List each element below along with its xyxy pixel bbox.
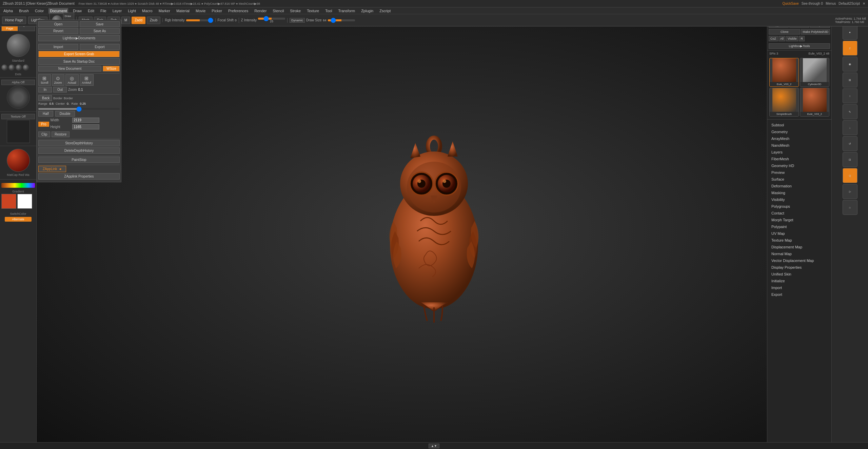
polypaint-item[interactable]: Polypaint (767, 223, 831, 230)
geometry-item[interactable]: Geometry (767, 128, 831, 135)
paint-stop-btn[interactable]: PaintStop (38, 157, 120, 163)
tool-thumb-eule2[interactable]: Eule_V03_2 (800, 88, 829, 117)
deformation-item[interactable]: Deformation (767, 183, 831, 189)
texture-off-label[interactable]: Texture Off (1, 114, 35, 119)
fg-color-swatch[interactable] (1, 194, 16, 209)
lightbox-documents-btn[interactable]: Lightbox▶Documents (38, 35, 120, 41)
default-script-label[interactable]: Default2Script (839, 2, 860, 5)
vector-displacement-item[interactable]: Vector Displacement Map (767, 257, 831, 264)
visibility-item[interactable]: Visibility (767, 196, 831, 203)
texture-map-item[interactable]: Texture Map (767, 237, 831, 244)
export-btn[interactable]: Export (80, 44, 120, 50)
tool-thumb-eule1[interactable]: Eule_V03_2 (769, 58, 799, 87)
spaceicon[interactable]: ⌂ (843, 200, 857, 215)
menu-render[interactable]: Render (253, 8, 268, 14)
displacement-map-item[interactable]: Displacement Map (767, 244, 831, 250)
menu-stroke[interactable]: Stroke (289, 8, 302, 14)
in-btn[interactable]: In (38, 87, 52, 93)
menu-light[interactable]: Light (126, 8, 137, 14)
menu-texture[interactable]: Texture (305, 8, 320, 14)
zadd-btn[interactable]: Zadd (132, 17, 145, 24)
menu-stencil[interactable]: Stencil (271, 8, 285, 14)
back-btn[interactable]: Back (38, 95, 52, 101)
draw-size-slider[interactable] (328, 19, 355, 21)
save-btn[interactable]: Save (80, 21, 120, 27)
rollback-icon[interactable]: ↺ (843, 136, 857, 151)
menu-color[interactable]: Color (34, 8, 45, 14)
morph-target-item[interactable]: Morph Target (767, 217, 831, 223)
menu-transform[interactable]: Transform (337, 8, 356, 14)
all-btn[interactable]: All (778, 36, 785, 41)
sculpt-icon[interactable]: ✎ (843, 104, 857, 119)
restore-btn[interactable]: Restore (52, 131, 70, 137)
r-btn[interactable]: R (799, 36, 805, 41)
texture-preview[interactable] (7, 120, 30, 143)
menu-marker[interactable]: Marker (157, 8, 172, 14)
matcap-preview[interactable] (7, 149, 30, 172)
delete-depth-btn[interactable]: DeleteDepthHistory (38, 147, 120, 154)
zpaint-icon[interactable]: ◉ (843, 57, 857, 72)
status-center-btn[interactable]: ▲▼ (429, 444, 439, 448)
menu-file[interactable]: File (99, 8, 108, 14)
subtool-item[interactable]: Subtool (767, 122, 831, 128)
autofit-icon[interactable]: ⊡ (843, 152, 857, 167)
open-btn[interactable]: Open (38, 21, 78, 27)
menus-label[interactable]: Menus (826, 2, 836, 5)
preview-item[interactable]: Preview (767, 169, 831, 176)
normal-map-item[interactable]: Normal Map (767, 250, 831, 257)
menu-picker[interactable]: Picker (210, 8, 223, 14)
surface-item[interactable]: Surface (767, 176, 831, 183)
make-polymesh-btn[interactable]: Make PolyMesh3D (801, 29, 830, 35)
half-btn[interactable]: Half (38, 111, 53, 117)
menu-tool[interactable]: Tool (324, 8, 333, 14)
dynamic-icon[interactable]: ● (843, 25, 857, 40)
clip-btn[interactable]: Clip (38, 131, 50, 137)
height-input[interactable] (72, 124, 99, 129)
frame-icon[interactable]: ⊞ (843, 73, 857, 87)
layers-item[interactable]: Layers (767, 149, 831, 156)
export-item[interactable]: Export (767, 291, 831, 298)
move-icon[interactable]: ↕ (843, 88, 857, 103)
save-as-btn[interactable]: Save As (80, 28, 120, 34)
zremesher-icon[interactable]: Z (843, 41, 857, 56)
initialize-item[interactable]: Initialize (767, 278, 831, 284)
contact-item[interactable]: Contact (767, 210, 831, 217)
bg-color-swatch[interactable] (17, 194, 32, 209)
menu-zplugin[interactable]: Zplugin (360, 8, 375, 14)
menu-material[interactable]: Material (175, 8, 191, 14)
import-item[interactable]: Import (767, 284, 831, 291)
geometry-hd-item[interactable]: Geometry HD (767, 162, 831, 169)
menu-alpha[interactable]: Alpha (2, 8, 14, 14)
brush-dot-1[interactable] (1, 64, 7, 70)
qviz-icon[interactable]: Q (843, 168, 857, 183)
pro-btn[interactable]: Pro (38, 122, 49, 127)
out-btn[interactable]: Out (53, 87, 67, 93)
camera-icon[interactable]: ▷ (843, 184, 857, 199)
coz-btn[interactable]: CoZ (769, 36, 778, 41)
masking-item[interactable]: Masking (767, 189, 831, 196)
alpha-off-label[interactable]: Alpha Off (1, 80, 35, 85)
menu-layer[interactable]: Layer (111, 8, 123, 14)
close-icon[interactable]: ✕ (863, 2, 865, 5)
new-document-btn[interactable]: New Document (38, 66, 101, 72)
menu-preferences[interactable]: Preferences (227, 8, 250, 14)
brush-dot-3[interactable] (16, 64, 22, 70)
export-screen-grab-btn[interactable]: Export Screen Grab (38, 51, 120, 57)
actual-btn[interactable]: ◎ Actual (65, 74, 79, 86)
menu-macro[interactable]: Macro (141, 8, 154, 14)
menu-movie[interactable]: Movie (194, 8, 207, 14)
wsize-btn[interactable]: WSize (103, 66, 120, 72)
brush-preview[interactable] (7, 34, 30, 57)
home-page-btn[interactable]: Home Page (2, 17, 26, 24)
see-through-label[interactable]: See-through 0 (802, 2, 823, 5)
clone-btn[interactable]: Clone (769, 29, 800, 35)
rgb-intensity-slider[interactable] (186, 19, 213, 21)
menu-brush[interactable]: Brush (18, 8, 30, 14)
border-slider[interactable] (38, 108, 120, 110)
canvas-area[interactable] (37, 20, 831, 442)
scroll-btn[interactable]: ⊞ Scroll (38, 74, 51, 86)
unified-skin-item[interactable]: Unified Skin (767, 271, 831, 278)
load-icon[interactable]: ↓ (843, 120, 857, 135)
nano-mesh-item[interactable]: NanoMesh (767, 142, 831, 149)
double-btn[interactable]: Double (55, 111, 75, 117)
